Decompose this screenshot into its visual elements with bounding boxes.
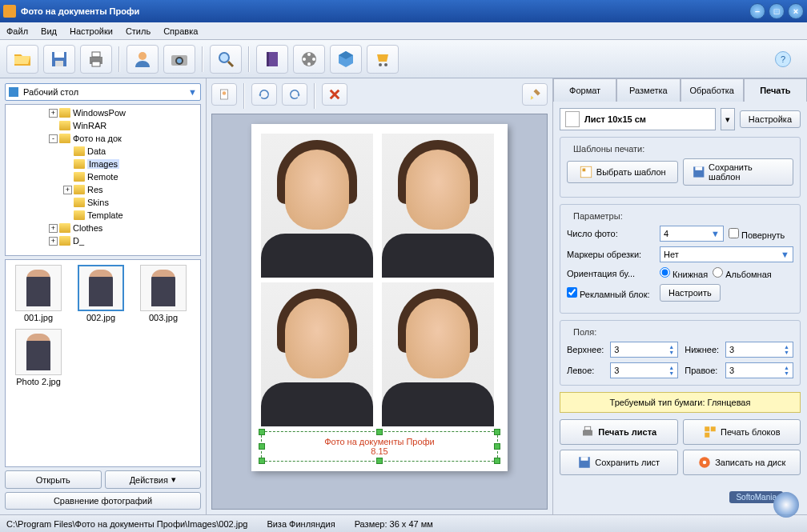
save-button[interactable]: [43, 45, 75, 74]
box-button[interactable]: [330, 45, 362, 74]
status-path: C:\Program Files\Фото на документы Профи…: [6, 519, 247, 529]
svg-point-15: [307, 53, 311, 56]
tree-item[interactable]: Data: [7, 145, 199, 158]
svg-point-18: [303, 58, 306, 61]
ad-block-checkbox[interactable]: Рекламный блок:: [567, 287, 655, 299]
thumbnail[interactable]: 003.jpg: [135, 265, 191, 322]
profile-button[interactable]: [126, 45, 159, 74]
margin-right-input[interactable]: 3▲▼: [725, 362, 793, 378]
left-panel: Рабочий стол ▼ +WindowsPowWinRAR-Фото на…: [0, 78, 207, 514]
tree-item[interactable]: +Clothes: [7, 222, 199, 234]
menu-style[interactable]: Стиль: [126, 26, 151, 36]
svg-rect-33: [581, 457, 588, 461]
margin-right-label: Правое:: [685, 366, 719, 375]
select-template-button[interactable]: Выбрать шаблон: [567, 161, 678, 183]
margin-bottom-label: Нижнее:: [685, 345, 719, 354]
book-button[interactable]: [256, 45, 288, 74]
params-group: Параметры: Число фото: 4▼ Повернуть Марк…: [560, 204, 801, 314]
print-sheet: Фото на документы Профи 8.15: [251, 124, 508, 471]
photo-slot[interactable]: [382, 134, 494, 278]
tree-item[interactable]: WinRAR: [7, 119, 199, 132]
orientation-portrait-radio[interactable]: Книжная: [660, 267, 708, 279]
thumbnail[interactable]: 002.jpg: [73, 265, 129, 322]
folder-tree[interactable]: +WindowsPowWinRAR-Фото на докDataImagesR…: [5, 104, 201, 256]
thumbnail[interactable]: 001.jpg: [10, 265, 66, 322]
watermark-text2: 8.15: [284, 446, 475, 456]
svg-rect-28: [585, 426, 592, 430]
rotate-left-button[interactable]: [251, 83, 277, 106]
status-size: Размер: 36 x 47 мм: [355, 519, 433, 529]
tab-format[interactable]: Формат: [553, 78, 616, 102]
margins-group: Поля: Верхнее: 3▲▼ Нижнее: 3▲▼ Левое: 3▲…: [560, 320, 801, 386]
rotate-right-button[interactable]: [282, 83, 307, 106]
tree-item[interactable]: Skins: [7, 196, 199, 209]
menu-settings[interactable]: Настройки: [70, 26, 113, 36]
tab-print[interactable]: Печать: [744, 78, 807, 102]
tree-item[interactable]: +Res: [7, 183, 199, 196]
tab-processing[interactable]: Обработка: [681, 78, 744, 102]
sheet-format-select[interactable]: Лист 10х15 см: [560, 108, 716, 130]
open-button[interactable]: [6, 45, 38, 74]
delete-button[interactable]: [322, 83, 347, 106]
rotate-checkbox[interactable]: Повернуть: [729, 228, 785, 240]
photo-slot[interactable]: [382, 282, 494, 426]
thumbnail-list: 001.jpg002.jpg003.jpgPhoto 2.jpg: [5, 259, 201, 467]
actions-button[interactable]: Действия ▾: [105, 470, 202, 489]
cart-button[interactable]: [367, 45, 399, 74]
svg-line-11: [228, 62, 233, 66]
tree-item[interactable]: Images: [7, 158, 199, 170]
margin-bottom-input[interactable]: 3▲▼: [725, 342, 793, 358]
burn-disc-button[interactable]: Записать на диск: [683, 450, 801, 475]
minimize-button[interactable]: –: [749, 3, 765, 19]
sheet-settings-button[interactable]: Настройка: [740, 110, 801, 128]
margin-left-input[interactable]: 3▲▼: [610, 362, 678, 378]
menu-help[interactable]: Справка: [163, 26, 198, 36]
menu-view[interactable]: Вид: [41, 26, 57, 36]
tree-item[interactable]: Template: [7, 209, 199, 222]
open-file-button[interactable]: Открыть: [5, 470, 102, 489]
save-sheet-button[interactable]: Сохранить лист: [560, 450, 678, 475]
crop-markers-select[interactable]: Нет▼: [660, 246, 793, 262]
margin-top-input[interactable]: 3▲▼: [610, 342, 678, 358]
svg-rect-23: [580, 166, 592, 178]
photo-slot[interactable]: [261, 134, 373, 278]
photo-slot[interactable]: [261, 282, 373, 426]
help-button[interactable]: ?: [775, 51, 791, 67]
print-sheet-button[interactable]: Печать листа: [560, 419, 678, 445]
watermark-box[interactable]: Фото на документы Профи 8.15: [261, 431, 498, 462]
statusbar: C:\Program Files\Фото на документы Профи…: [0, 514, 807, 532]
print-button[interactable]: [80, 45, 112, 74]
tree-item[interactable]: -Фото на док: [7, 132, 199, 145]
save-template-button[interactable]: Сохранить шаблон: [683, 158, 794, 186]
margin-top-label: Верхнее:: [567, 345, 604, 354]
tree-item[interactable]: Remote: [7, 170, 199, 183]
templates-title: Шаблоны печати:: [570, 144, 648, 154]
desktop-icon: [9, 87, 18, 97]
reel-button[interactable]: [293, 45, 325, 74]
menu-file[interactable]: Файл: [6, 26, 28, 36]
maximize-button[interactable]: □: [769, 3, 785, 19]
search-button[interactable]: [210, 45, 242, 74]
print-blocks-button[interactable]: Печать блоков: [683, 419, 801, 445]
sheet-dropdown-button[interactable]: ▾: [721, 108, 735, 130]
tree-item[interactable]: +D_: [7, 234, 199, 247]
close-button[interactable]: ×: [788, 3, 804, 19]
svg-rect-4: [92, 52, 100, 57]
camera-button[interactable]: [163, 45, 195, 74]
configure-button[interactable]: Настроить: [660, 284, 721, 302]
portrait-button[interactable]: [211, 83, 237, 106]
tree-item[interactable]: +WindowsPow: [7, 106, 199, 119]
thumbnail[interactable]: Photo 2.jpg: [10, 329, 66, 386]
svg-point-22: [223, 91, 227, 95]
photo-count-input[interactable]: 4▼: [660, 226, 724, 242]
status-doc-type: Виза Финляндия: [267, 519, 335, 529]
orientation-landscape-radio[interactable]: Альбомная: [713, 267, 772, 279]
tab-layout[interactable]: Разметка: [616, 78, 680, 102]
brush-button[interactable]: [522, 83, 548, 106]
location-combo[interactable]: Рабочий стол ▼: [5, 83, 201, 101]
dropdown-icon: ▼: [188, 87, 197, 97]
canvas[interactable]: Фото на документы Профи 8.15: [211, 114, 548, 510]
paper-type-notice: Требуемый тип бумаги: Глянцевая: [560, 392, 801, 413]
compare-button[interactable]: Сравнение фотографий: [5, 492, 201, 510]
svg-point-19: [379, 63, 382, 66]
